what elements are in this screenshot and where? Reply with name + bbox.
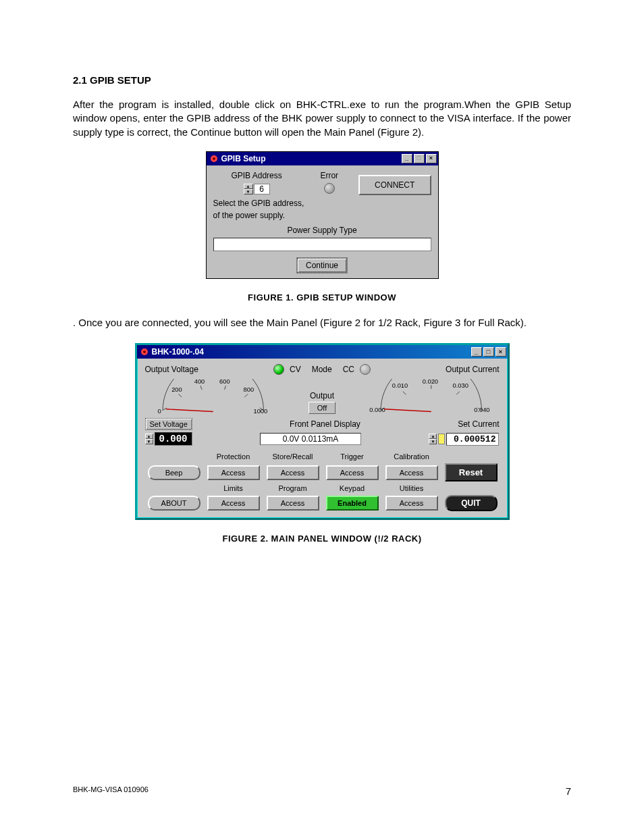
svg-text:0.040: 0.040 [474, 407, 489, 413]
about-button[interactable]: ABOUT [148, 496, 200, 511]
protection-access-button[interactable]: Access [207, 465, 260, 480]
program-header: Program [264, 484, 322, 492]
close-icon[interactable]: × [426, 154, 437, 163]
svg-text:0.030: 0.030 [452, 382, 468, 389]
error-led-icon [324, 183, 335, 194]
svg-line-6 [200, 386, 202, 390]
spinner-up-icon[interactable]: ▲ [429, 434, 437, 439]
svg-point-1 [213, 157, 215, 160]
program-access-button[interactable]: Access [267, 496, 319, 511]
gpib-address-label: GPIB Address [213, 171, 300, 180]
set-current-label: Set Current [458, 419, 499, 429]
limits-header: Limits [205, 484, 263, 492]
spinner-up-icon[interactable]: ▲ [145, 434, 153, 439]
mid-paragraph: . Once you are connected, you will see t… [73, 316, 571, 330]
footer-left: BHK-MG-VISA 010906 [73, 785, 149, 797]
app-icon [209, 154, 219, 163]
current-value[interactable]: 0.000512 [446, 433, 499, 446]
spinner-down-icon[interactable]: ▼ [145, 439, 153, 444]
keypad-header: Keypad [323, 484, 381, 492]
svg-line-5 [178, 394, 182, 397]
trigger-access-button[interactable]: Access [326, 465, 379, 480]
cc-label: CC [343, 365, 354, 374]
maximize-icon[interactable]: □ [414, 154, 425, 163]
output-label: Output [310, 391, 334, 400]
titlebar: GPIB Setup _ □ × [207, 152, 438, 165]
front-panel-label: Front Panel Display [290, 419, 360, 429]
main-panel-window: BHK-1000-.04 _ □ × Output Voltage CV Mod… [135, 343, 510, 520]
close-icon[interactable]: × [495, 347, 506, 357]
power-supply-type-field[interactable] [213, 238, 431, 251]
error-label: Error [300, 171, 358, 180]
cv-label: CV [290, 365, 301, 374]
svg-point-3 [143, 350, 146, 353]
titlebar: BHK-1000-.04 _ □ × [137, 345, 508, 359]
quit-button[interactable]: QUIT [445, 495, 498, 511]
reset-button[interactable]: Reset [445, 463, 498, 481]
svg-line-17 [403, 392, 406, 395]
calibration-header: Calibration [383, 452, 441, 461]
front-panel-display: 0.0V 0.0113mA [260, 433, 361, 445]
minimize-icon[interactable]: _ [471, 347, 482, 357]
svg-text:800: 800 [243, 386, 254, 393]
page-number: 7 [566, 785, 571, 797]
spinner-up-icon[interactable]: ▲ [244, 184, 253, 189]
svg-text:0.020: 0.020 [423, 379, 438, 385]
gpib-setup-window: GPIB Setup _ □ × GPIB Address ▲ ▼ 6 Erro… [206, 151, 439, 279]
help-text-line2: of the power supply. [213, 211, 431, 220]
limits-access-button[interactable]: Access [207, 496, 260, 511]
gpib-address-spinner[interactable]: ▲ ▼ 6 [244, 184, 270, 194]
svg-text:0.010: 0.010 [392, 382, 408, 389]
current-gauge: 0.000 0.010 0.020 0.030 0.040 [363, 379, 500, 417]
trigger-header: Trigger [323, 452, 381, 461]
window-title: GPIB Setup [221, 154, 266, 163]
connect-button[interactable]: CONNECT [358, 175, 431, 195]
output-toggle-button[interactable]: Off [308, 402, 336, 414]
svg-line-19 [456, 392, 460, 395]
app-icon [140, 347, 149, 357]
protection-header: Protection [205, 452, 263, 461]
gpib-address-value[interactable]: 6 [254, 184, 270, 194]
store-access-button[interactable]: Access [267, 465, 319, 480]
svg-text:200: 200 [171, 386, 182, 393]
voltage-stepper[interactable]: ▲ ▼ 0.000 [145, 432, 192, 446]
utilities-header: Utilities [383, 484, 441, 492]
svg-text:1000: 1000 [253, 408, 267, 415]
svg-text:0: 0 [157, 408, 161, 415]
help-text-line1: Select the GPIB address, [213, 199, 431, 208]
cv-led-icon [273, 364, 284, 375]
continue-button[interactable]: Continue [297, 258, 347, 273]
figure-2-caption: FIGURE 2. MAIN PANEL WINDOW (!/2 RACK) [73, 533, 571, 544]
svg-text:400: 400 [194, 379, 205, 385]
spinner-down-icon[interactable]: ▼ [429, 439, 437, 444]
set-voltage-button[interactable]: Set Voltage [145, 418, 192, 430]
svg-text:600: 600 [219, 379, 230, 385]
window-title: BHK-1000-.04 [152, 347, 204, 357]
intro-paragraph: After the program is installed, double c… [73, 98, 571, 139]
current-stepper[interactable]: ▲ ▼ 0.000512 [429, 433, 499, 446]
section-heading: 2.1 GPIB SETUP [73, 74, 571, 86]
calibration-access-button[interactable]: Access [385, 465, 438, 480]
stepper-highlight-icon [438, 434, 445, 444]
keypad-enabled-button[interactable]: Enabled [326, 496, 379, 511]
beep-button[interactable]: Beep [148, 465, 200, 480]
voltage-gauge: 0 200 400 600 800 1000 [145, 379, 281, 417]
minimize-icon[interactable]: _ [402, 154, 412, 163]
output-current-label: Output Current [446, 365, 499, 374]
power-supply-type-label: Power Supply Type [213, 226, 431, 235]
figure-1-caption: FIGURE 1. GPIB SETUP WINDOW [73, 292, 571, 303]
output-voltage-label: Output Voltage [145, 365, 198, 374]
utilities-access-button[interactable]: Access [385, 496, 438, 511]
svg-text:0.000: 0.000 [369, 407, 385, 413]
mode-label: Mode [312, 365, 332, 374]
svg-line-8 [244, 394, 248, 397]
maximize-icon[interactable]: □ [483, 347, 494, 357]
voltage-value[interactable]: 0.000 [155, 432, 192, 446]
spinner-down-icon[interactable]: ▼ [244, 189, 253, 194]
cc-led-icon [360, 364, 371, 375]
store-recall-header: Store/Recall [264, 452, 322, 461]
svg-line-7 [224, 386, 225, 390]
voltage-needle-icon [165, 409, 213, 412]
current-needle-icon [384, 409, 431, 412]
